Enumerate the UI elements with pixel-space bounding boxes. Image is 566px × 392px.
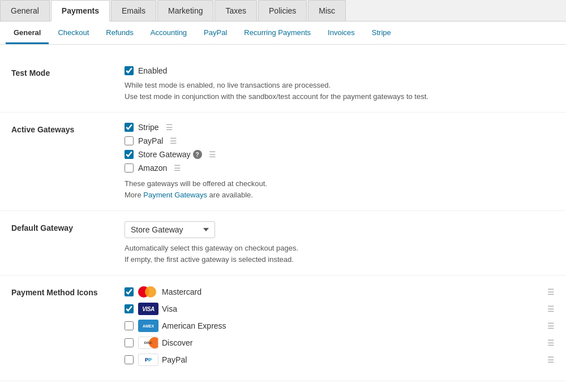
gateway-row-store-gateway: Store Gateway?☰ — [125, 150, 555, 159]
payment-icon-row-discover: DISCDiscover☰ — [125, 337, 555, 349]
default-gateway-label: Default Gateway — [11, 221, 125, 232]
payment-checkbox-visa[interactable] — [125, 304, 134, 313]
paypal-brand-icon: PP — [138, 354, 158, 366]
payment-icon-row-amex: AMEXAmerican Express☰ — [125, 320, 555, 332]
payment-drag-handle-visa[interactable]: ☰ — [547, 304, 555, 313]
gateway-row-amazon: Amazon☰ — [125, 163, 555, 173]
payment-icons-content: Mastercard☰VISAVisa☰AMEXAmerican Express… — [125, 286, 555, 371]
top-tab-emails[interactable]: Emails — [111, 0, 156, 21]
payment-drag-handle-discover[interactable]: ☰ — [547, 338, 555, 347]
test-mode-row: Test Mode Enabled While test mode is ena… — [0, 56, 566, 113]
top-tab-payments[interactable]: Payments — [51, 0, 110, 21]
top-tab-taxes[interactable]: Taxes — [215, 0, 257, 21]
payment-name-amex[interactable]: American Express — [162, 321, 541, 330]
test-mode-checkbox[interactable] — [125, 66, 134, 75]
test-mode-description: While test mode is enabled, no live tran… — [125, 80, 555, 102]
top-tab-misc[interactable]: Misc — [308, 0, 346, 21]
payment-icon-row-mastercard: Mastercard☰ — [125, 286, 555, 298]
payment-gateways-link[interactable]: Payment Gateways — [143, 191, 207, 199]
drag-handle-paypal[interactable]: ☰ — [170, 137, 177, 145]
amex-icon: AMEX — [138, 320, 158, 332]
top-tab-policies[interactable]: Policies — [258, 0, 307, 21]
payment-name-paypal[interactable]: PayPal — [162, 355, 541, 364]
settings-content: Test Mode Enabled While test mode is ena… — [0, 45, 566, 392]
visa-icon: VISA — [138, 303, 158, 315]
gateway-checkbox-stripe[interactable] — [125, 123, 134, 132]
gateway-row-paypal: PayPal☰ — [125, 136, 555, 145]
gateway-help-icon-store-gateway[interactable]: ? — [193, 150, 202, 159]
sub-tab-accounting[interactable]: Accounting — [143, 21, 195, 44]
default-gateway-row: Default Gateway Store GatewayStripePayPa… — [0, 211, 566, 275]
active-gateways-content: Stripe☰PayPal☰Store Gateway?☰Amazon☰ The… — [125, 123, 555, 200]
drag-handle-stripe[interactable]: ☰ — [166, 123, 173, 131]
payment-drag-handle-mastercard[interactable]: ☰ — [547, 287, 555, 296]
payment-name-mastercard[interactable]: Mastercard — [162, 287, 541, 296]
gateway-footer: These gateways will be offered at checko… — [125, 178, 555, 200]
payment-name-visa[interactable]: Visa — [162, 304, 541, 313]
discover-icon: DISC — [138, 337, 158, 349]
mastercard-icon — [138, 286, 158, 298]
sub-tab-bar: GeneralCheckoutRefundsAccountingPayPalRe… — [0, 21, 566, 45]
gateway-checkbox-amazon[interactable] — [125, 163, 134, 173]
test-mode-checkbox-row: Enabled — [125, 66, 555, 75]
sub-tab-paypal[interactable]: PayPal — [196, 21, 235, 44]
top-tab-marketing[interactable]: Marketing — [157, 0, 213, 21]
sub-tab-general[interactable]: General — [6, 21, 49, 44]
gateway-checkbox-paypal[interactable] — [125, 136, 134, 145]
payment-icons-label: Payment Method Icons — [11, 286, 125, 297]
drag-handle-amazon[interactable]: ☰ — [174, 164, 181, 172]
payment-checkbox-mastercard[interactable] — [125, 287, 134, 296]
payment-checkbox-discover[interactable] — [125, 338, 134, 347]
default-gateway-select[interactable]: Store GatewayStripePayPalAmazon — [125, 221, 215, 238]
gateway-row-stripe: Stripe☰ — [125, 123, 555, 132]
drag-handle-store-gateway[interactable]: ☰ — [209, 150, 216, 158]
payment-drag-handle-paypal[interactable]: ☰ — [547, 355, 555, 364]
payment-drag-handle-amex[interactable]: ☰ — [547, 321, 555, 330]
default-gateway-content: Store GatewayStripePayPalAmazon Automati… — [125, 221, 555, 265]
top-tab-bar: GeneralPaymentsEmailsMarketingTaxesPolic… — [0, 0, 566, 21]
default-gateway-description: Automatically select this gateway on che… — [125, 243, 555, 265]
payment-name-discover[interactable]: Discover — [162, 338, 541, 347]
sub-tab-refunds[interactable]: Refunds — [98, 21, 141, 44]
test-mode-checkbox-label[interactable]: Enabled — [138, 66, 167, 75]
active-gateways-label: Active Gateways — [11, 123, 125, 134]
sub-tab-recurring-payments[interactable]: Recurring Payments — [236, 21, 319, 44]
sub-tab-checkout[interactable]: Checkout — [50, 21, 97, 44]
sub-tab-invoices[interactable]: Invoices — [320, 21, 363, 44]
gateway-label-amazon[interactable]: Amazon — [138, 163, 167, 173]
gateway-label-store-gateway[interactable]: Store Gateway — [138, 150, 191, 159]
payment-checkbox-paypal[interactable] — [125, 355, 134, 364]
payment-icon-row-visa: VISAVisa☰ — [125, 303, 555, 315]
payment-icon-row-paypal: PPPayPal☰ — [125, 354, 555, 366]
gateway-label-paypal[interactable]: PayPal — [138, 136, 163, 145]
sub-tab-stripe[interactable]: Stripe — [364, 21, 399, 44]
gateway-label-stripe[interactable]: Stripe — [138, 123, 159, 132]
payment-icons-row: Payment Method Icons Mastercard☰VISAVisa… — [0, 275, 566, 381]
test-mode-label: Test Mode — [11, 66, 125, 77]
active-gateways-row: Active Gateways Stripe☰PayPal☰Store Gate… — [0, 113, 566, 211]
test-mode-content: Enabled While test mode is enabled, no l… — [125, 66, 555, 102]
gateway-checkbox-store-gateway[interactable] — [125, 150, 134, 159]
top-tab-general[interactable]: General — [0, 0, 50, 21]
gateway-select-wrap: Store GatewayStripePayPalAmazon — [125, 221, 555, 238]
payment-checkbox-amex[interactable] — [125, 321, 134, 330]
